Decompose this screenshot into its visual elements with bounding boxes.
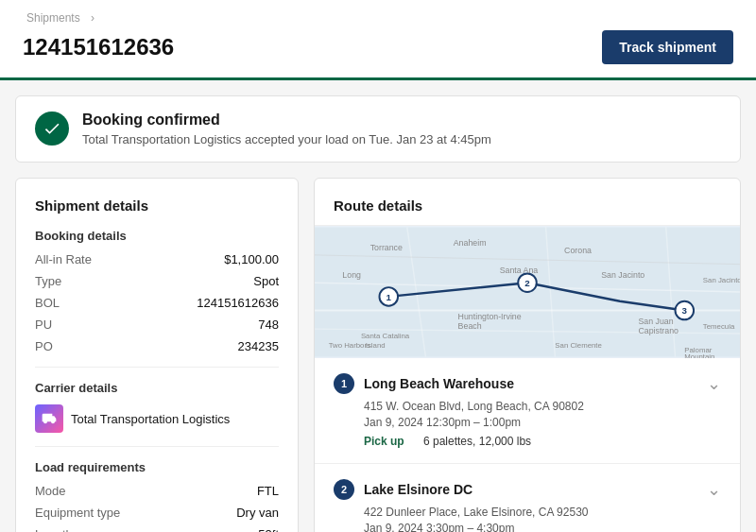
- detail-row: TypeSpot: [35, 274, 279, 288]
- svg-text:Mountain: Mountain: [684, 352, 714, 358]
- panel-title: Shipment details: [35, 197, 279, 214]
- svg-text:San Clemente: San Clemente: [555, 341, 602, 350]
- route-map: 1 2 3 Torrance Anaheim Corona Long Santa…: [315, 226, 740, 358]
- booking-section-label: Booking details: [35, 229, 279, 243]
- stop-address: 422 Dunleer Place, Lake Elsinore, CA 925…: [364, 506, 721, 519]
- detail-row: ModeFTL: [35, 484, 279, 498]
- detail-val: FTL: [257, 484, 279, 498]
- shipment-details-panel: Shipment details Booking details All-in …: [15, 178, 299, 532]
- svg-text:Capistrano: Capistrano: [638, 326, 679, 335]
- stop-header: 1 Long Beach Warehouse ⌄: [334, 373, 721, 394]
- stop-name: Long Beach Warehouse: [364, 376, 514, 391]
- stop-number: 1: [334, 373, 354, 394]
- svg-text:Corona: Corona: [564, 246, 592, 255]
- svg-text:1: 1: [387, 292, 392, 302]
- detail-val: 234235: [238, 339, 279, 353]
- svg-text:3: 3: [682, 305, 688, 316]
- svg-text:Long: Long: [342, 270, 361, 280]
- detail-val: 748: [258, 317, 279, 332]
- detail-key: All-in Rate: [35, 252, 92, 266]
- svg-text:San Jacinto: San Jacinto: [703, 276, 740, 284]
- stop-time: Jan 9, 2024 3:30pm – 4:30pm: [364, 522, 721, 532]
- detail-key: PU: [35, 317, 52, 332]
- stop-left: 2 Lake Elsinore DC: [334, 479, 472, 500]
- detail-key: PO: [35, 339, 53, 353]
- map-area: 1 2 3 Torrance Anaheim Corona Long Santa…: [315, 226, 740, 358]
- detail-row: BOL124151612636: [35, 296, 279, 310]
- divider-2: [35, 446, 279, 447]
- carrier-row: Total Transportation Logistics: [35, 404, 279, 433]
- booking-banner: Booking confirmed Total Transportation L…: [15, 95, 741, 163]
- booking-text: Booking confirmed Total Transportation L…: [82, 112, 491, 146]
- main-content: Shipment details Booking details All-in …: [15, 178, 741, 532]
- detail-row: Length53ft: [35, 527, 279, 532]
- booking-title: Booking confirmed: [82, 112, 491, 129]
- header: Shipments › 124151612636 Track shipment: [0, 0, 756, 80]
- load-section-label: Load requirements: [35, 460, 279, 474]
- booking-rows: All-in Rate$1,100.00TypeSpotBOL124151612…: [35, 252, 279, 353]
- carrier-name: Total Transportation Logistics: [71, 412, 230, 426]
- svg-text:Torrance: Torrance: [370, 243, 403, 252]
- svg-text:San Jacinto: San Jacinto: [601, 270, 644, 280]
- svg-text:Santa Ana: Santa Ana: [500, 266, 539, 275]
- detail-row: PO234235: [35, 339, 279, 353]
- action-label: Pick up: [364, 435, 416, 448]
- route-panel-title: Route details: [315, 179, 740, 226]
- action-val: 6 palettes, 12,000 lbs: [423, 435, 531, 448]
- stop-name: Lake Elsinore DC: [364, 482, 472, 497]
- svg-text:Island: Island: [366, 341, 386, 350]
- chevron-down-icon[interactable]: ⌄: [707, 479, 721, 500]
- track-shipment-button[interactable]: Track shipment: [602, 30, 733, 64]
- stop-header: 2 Lake Elsinore DC ⌄: [334, 479, 721, 500]
- detail-val: Dry van: [236, 506, 279, 520]
- detail-key: Length: [35, 527, 73, 532]
- stop-item: 2 Lake Elsinore DC ⌄ 422 Dunleer Place, …: [315, 464, 740, 532]
- carrier-section-label: Carrier details: [35, 381, 279, 395]
- header-row: 124151612636 Track shipment: [23, 25, 733, 77]
- detail-row: Equipment typeDry van: [35, 506, 279, 520]
- detail-val: Spot: [253, 274, 279, 288]
- svg-text:Beach: Beach: [458, 321, 482, 331]
- stop-actions: Pick up 6 palettes, 12,000 lbs: [364, 435, 721, 448]
- detail-key: Equipment type: [35, 506, 120, 520]
- svg-text:Huntington-Irvine: Huntington-Irvine: [458, 312, 522, 321]
- svg-text:Santa Catalina: Santa Catalina: [361, 332, 410, 340]
- detail-row: All-in Rate$1,100.00: [35, 252, 279, 266]
- stop-number: 2: [334, 479, 354, 500]
- detail-val: $1,100.00: [224, 252, 279, 266]
- checkmark-icon: [43, 119, 61, 138]
- stop-time: Jan 9, 2024 12:30pm – 1:00pm: [364, 416, 721, 429]
- detail-key: Type: [35, 274, 61, 288]
- svg-text:Two Harbors: Two Harbors: [329, 341, 370, 350]
- load-rows: ModeFTLEquipment typeDry vanLength53ftVo…: [35, 484, 279, 532]
- detail-row: PU748: [35, 317, 279, 332]
- shipment-id: 124151612636: [23, 34, 174, 60]
- stop-item: 1 Long Beach Warehouse ⌄ 415 W. Ocean Bl…: [315, 358, 740, 464]
- stops-list: 1 Long Beach Warehouse ⌄ 415 W. Ocean Bl…: [315, 358, 740, 532]
- divider-1: [35, 367, 279, 368]
- detail-key: BOL: [35, 296, 60, 310]
- booking-subtitle: Total Transportation Logistics accepted …: [82, 132, 491, 146]
- detail-val: 53ft: [258, 527, 279, 532]
- carrier-logo-icon: [42, 411, 57, 426]
- svg-text:2: 2: [524, 278, 530, 288]
- svg-text:Anaheim: Anaheim: [454, 238, 487, 248]
- breadcrumb-link[interactable]: Shipments: [26, 11, 80, 25]
- stop-address: 415 W. Ocean Blvd, Long Beach, CA 90802: [364, 400, 721, 413]
- route-details-panel: Route details 1 2: [314, 178, 741, 532]
- carrier-logo: [35, 404, 63, 433]
- detail-val: 124151612636: [197, 296, 279, 310]
- detail-key: Mode: [35, 484, 66, 498]
- svg-text:San Juan: San Juan: [638, 317, 673, 326]
- booking-icon: [35, 112, 69, 146]
- svg-text:Temecula: Temecula: [703, 322, 735, 331]
- stop-left: 1 Long Beach Warehouse: [334, 373, 514, 394]
- stop-action-row: Pick up 6 palettes, 12,000 lbs: [364, 435, 721, 448]
- chevron-down-icon[interactable]: ⌄: [707, 373, 721, 394]
- breadcrumb: Shipments ›: [23, 0, 733, 25]
